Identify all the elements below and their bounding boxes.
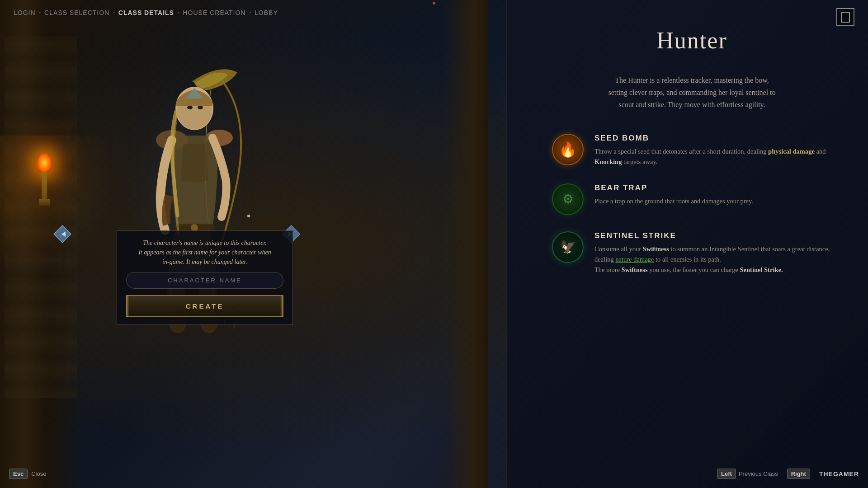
- ability-sentinel-strike: SENTINEL STRIKE Consume all your Swiftne…: [552, 231, 832, 276]
- knocking-highlight: Knocking: [594, 158, 622, 165]
- prev-class-label: Previous Class: [739, 470, 778, 477]
- sentinel-strike-icon: [552, 231, 584, 263]
- bottom-right-controls: Left Previous Class Right THEGAMER: [717, 469, 859, 479]
- prev-class-hint: Left Previous Class: [717, 469, 778, 479]
- left-key-badge: Left: [717, 469, 736, 479]
- nav-lobby[interactable]: LOBBY: [255, 9, 278, 16]
- svg-point-3: [187, 106, 193, 109]
- svg-point-4: [198, 106, 203, 109]
- sentinel-strike-desc: Consume all your Swiftness to summon an …: [594, 244, 832, 276]
- top-indicator: [433, 2, 435, 5]
- next-class-hint: Right: [787, 469, 810, 479]
- left-arrow-icon: [53, 225, 71, 244]
- breadcrumb: LOGIN • CLASS SELECTION • CLASS DETAILS …: [14, 9, 278, 16]
- nav-dot-4: •: [249, 10, 251, 15]
- nav-class-selection[interactable]: CLASS SELECTION: [44, 9, 109, 16]
- sentinel-strike-content: SENTINEL STRIKE Consume all your Swiftne…: [594, 231, 832, 276]
- corner-menu-icon[interactable]: [836, 8, 854, 26]
- character-area: The character's name is unique to this c…: [0, 0, 389, 488]
- prev-class-arrow[interactable]: [53, 225, 71, 243]
- class-name-title: Hunter: [552, 27, 832, 54]
- bear-trap-desc: Place a trap on the ground that roots an…: [594, 196, 753, 206]
- bottom-navigation-bar: Esc Close Left Previous Class Right THEG…: [9, 469, 859, 479]
- bear-trap-content: BEAR TRAP Place a trap on the ground tha…: [594, 183, 753, 206]
- class-title-divider: [552, 63, 832, 63]
- bear-trap-icon: [552, 183, 584, 215]
- esc-key-badge: Esc: [9, 469, 28, 479]
- sentinel-strike-ref: Sentinel Strike.: [740, 266, 783, 273]
- nav-class-details[interactable]: CLASS DETAILS: [118, 9, 174, 16]
- nav-dot-3: •: [178, 10, 179, 15]
- seed-bomb-icon: [552, 134, 584, 165]
- swiftness-highlight-2: Swiftness: [622, 266, 648, 273]
- class-details-panel: Hunter The Hunter is a relentless tracke…: [506, 0, 868, 488]
- pillar-right: [443, 0, 488, 488]
- create-button[interactable]: CREATE: [126, 295, 283, 317]
- ability-bear-trap: BEAR TRAP Place a trap on the ground tha…: [552, 183, 832, 215]
- sentinel-strike-name: SENTINEL STRIKE: [594, 231, 832, 240]
- right-key-badge: Right: [787, 469, 810, 479]
- bear-trap-name: BEAR TRAP: [594, 183, 753, 192]
- class-description-text: The Hunter is a relentless tracker, mast…: [552, 74, 832, 111]
- close-label: Close: [31, 470, 46, 477]
- character-name-panel: The character's name is unique to this c…: [117, 230, 293, 325]
- swiftness-highlight-1: Swiftness: [643, 245, 669, 253]
- nav-house-creation[interactable]: HOUSE CREATION: [183, 9, 245, 16]
- ability-seed-bomb: SEED BOMB Throw a special seed that deto…: [552, 134, 832, 167]
- thegamer-logo: THEGAMER: [819, 470, 859, 478]
- nav-dot-1: •: [39, 10, 41, 15]
- seed-bomb-desc: Throw a special seed that detonates afte…: [594, 146, 832, 167]
- character-name-tooltip-text: The character's name is unique to this c…: [126, 238, 283, 267]
- character-name-input[interactable]: [126, 272, 283, 289]
- bottom-left-controls: Esc Close: [9, 469, 46, 479]
- nav-login[interactable]: LOGIN: [14, 9, 36, 16]
- seed-bomb-content: SEED BOMB Throw a special seed that deto…: [594, 134, 832, 167]
- nav-dot-2: •: [113, 10, 115, 15]
- physical-highlight: physical damage: [768, 148, 815, 155]
- seed-bomb-name: SEED BOMB: [594, 134, 832, 143]
- nature-damage-highlight: nature damage: [615, 256, 654, 263]
